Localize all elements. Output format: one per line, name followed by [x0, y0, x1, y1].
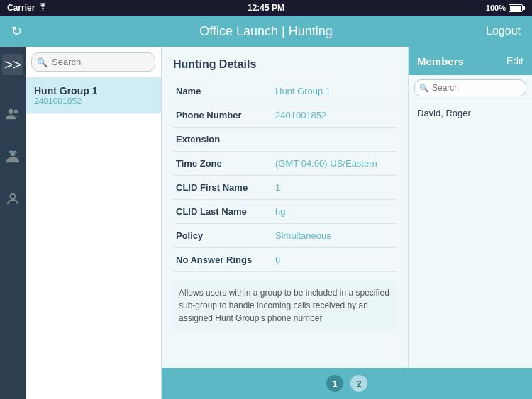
svg-point-5: [10, 194, 15, 199]
logout-button[interactable]: Logout: [486, 25, 521, 38]
header-title: Office Launch | Hunting: [199, 24, 332, 39]
detail-label-phone: Phone Number: [173, 103, 272, 128]
description-box: Allows users within a group to be includ…: [173, 281, 397, 330]
expand-sidebar-button[interactable]: >>: [2, 54, 23, 75]
status-bar-time: 12:45 PM: [248, 3, 284, 13]
sidebar-search-icon: 🔍: [37, 57, 48, 67]
members-search-icon: 🔍: [419, 84, 429, 93]
members-list: David, Roger: [409, 101, 532, 368]
detail-table: Name Hunt Group 1 Phone Number 240100185…: [173, 79, 397, 272]
members-panel: Members Edit 🔍 David, Roger: [408, 47, 532, 368]
detail-members-layout: Hunting Details Name Hunt Group 1 Phone …: [162, 47, 532, 368]
detail-label-clid-first: CLID First Name: [173, 176, 272, 200]
sidebar-item-hunt-group-1[interactable]: Hunt Group 1 2401001852: [26, 78, 161, 114]
group-icon[interactable]: [2, 146, 23, 167]
sidebar-search-area: 🔍: [26, 47, 161, 78]
members-edit-button[interactable]: Edit: [506, 55, 523, 67]
members-search-area: 🔍: [409, 75, 532, 101]
page-1-button[interactable]: 1: [326, 375, 343, 392]
members-header: Members Edit: [409, 47, 532, 75]
carrier-label: Carrier: [7, 3, 35, 13]
members-search-input[interactable]: [414, 79, 526, 96]
detail-value-clid-last: hg: [272, 200, 397, 224]
contacts-icon[interactable]: [2, 103, 23, 125]
svg-point-0: [43, 10, 44, 11]
bottom-bar: 1 2: [162, 368, 532, 399]
detail-row-name: Name Hunt Group 1: [173, 79, 397, 103]
main-layout: >>: [0, 47, 532, 399]
refresh-button[interactable]: ↻: [11, 23, 22, 39]
members-title: Members: [417, 55, 464, 67]
header-left: ↻: [11, 23, 22, 39]
detail-label-timezone: Time Zone: [173, 152, 272, 176]
sidebar-item-name: Hunt Group 1: [34, 85, 153, 96]
detail-value-timezone: (GMT-04:00) US/Eastern: [272, 152, 397, 176]
page-2-button[interactable]: 2: [350, 375, 367, 392]
status-bar-left: Carrier: [7, 3, 48, 13]
page-1-label: 1: [332, 378, 337, 389]
detail-value-phone: 2401001852: [272, 103, 397, 128]
detail-value-clid-first: 1: [272, 176, 397, 200]
hunting-details-panel: Hunting Details Name Hunt Group 1 Phone …: [162, 47, 408, 368]
page-2-label: 2: [356, 378, 361, 389]
app-header: ↻ Office Launch | Hunting Logout: [0, 16, 532, 47]
detail-value-name: Hunt Group 1: [272, 79, 397, 103]
detail-row-extension: Extension: [173, 128, 397, 152]
detail-label-extension: Extension: [173, 128, 272, 152]
battery-icon: [509, 4, 525, 12]
content-area: Hunting Details Name Hunt Group 1 Phone …: [162, 47, 532, 399]
detail-label-no-answer: No Answer Rings: [173, 248, 272, 272]
detail-label-name: Name: [173, 79, 272, 103]
sidebar-item-sub: 2401001852: [34, 96, 153, 106]
hunting-details-title: Hunting Details: [173, 58, 397, 71]
detail-row-no-answer: No Answer Rings 6: [173, 248, 397, 272]
battery-percent: 100%: [486, 4, 506, 12]
sidebar-list: 🔍 Hunt Group 1 2401001852: [26, 47, 162, 399]
member-item: David, Roger: [409, 101, 532, 125]
svg-point-1: [9, 109, 13, 114]
detail-row-timezone: Time Zone (GMT-04:00) US/Eastern: [173, 152, 397, 176]
sidebar-search-input[interactable]: [31, 52, 155, 72]
wifi-icon: [38, 3, 48, 13]
svg-point-3: [10, 151, 15, 156]
svg-point-2: [14, 110, 18, 114]
member-name: David, Roger: [417, 108, 471, 118]
detail-value-extension: [272, 128, 397, 152]
detail-value-policy: Simultaneous: [272, 224, 397, 248]
detail-value-no-answer: 6: [272, 248, 397, 272]
detail-label-policy: Policy: [173, 224, 272, 248]
sidebar-icons: >>: [0, 47, 26, 399]
person-icon[interactable]: [2, 189, 23, 210]
detail-row-policy: Policy Simultaneous: [173, 224, 397, 248]
detail-row-phone: Phone Number 2401001852: [173, 103, 397, 128]
sidebar-icon-items: [2, 103, 23, 210]
detail-row-clid-first: CLID First Name 1: [173, 176, 397, 200]
detail-row-clid-last: CLID Last Name hg: [173, 200, 397, 224]
detail-label-clid-last: CLID Last Name: [173, 200, 272, 224]
status-bar-right: 100%: [486, 4, 525, 12]
status-bar: Carrier 12:45 PM 100%: [0, 0, 532, 16]
